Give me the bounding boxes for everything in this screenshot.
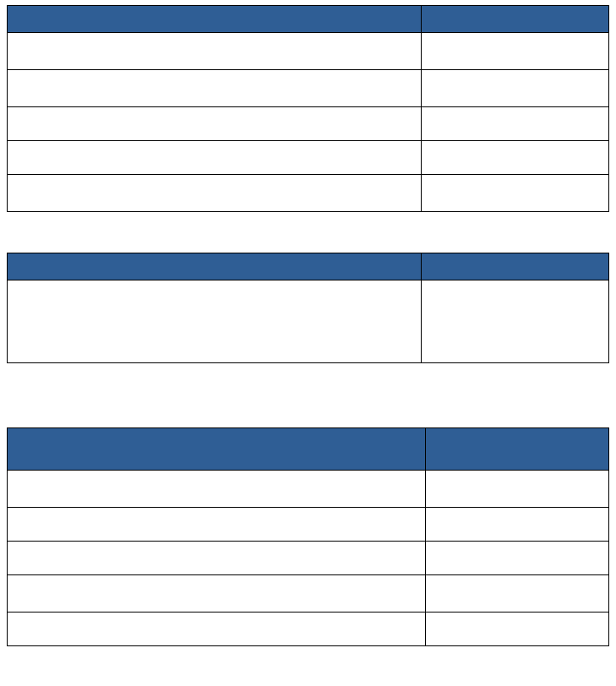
table-3 — [7, 427, 609, 646]
table-row — [8, 175, 609, 212]
table-row — [8, 280, 609, 363]
table-cell — [8, 70, 422, 107]
table-2-header-row — [8, 253, 609, 280]
table-cell — [422, 33, 609, 70]
table-cell — [422, 70, 609, 107]
table-3-header-cell-2 — [426, 428, 609, 471]
table-cell — [422, 280, 609, 363]
table-row — [8, 70, 609, 107]
table-2 — [7, 253, 609, 363]
table-cell — [8, 575, 426, 612]
table-row — [8, 542, 609, 575]
table-cell — [8, 471, 426, 508]
table-cell — [426, 471, 609, 508]
table-cell — [8, 280, 422, 363]
table-cell — [422, 107, 609, 141]
page-container — [0, 0, 616, 651]
table-cell — [8, 141, 422, 175]
table-cell — [8, 33, 422, 70]
table-cell — [8, 107, 422, 141]
table-cell — [422, 141, 609, 175]
table-1-header-row — [8, 6, 609, 33]
table-cell — [422, 175, 609, 212]
table-row — [8, 612, 609, 646]
table-row — [8, 471, 609, 508]
table-row — [8, 107, 609, 141]
table-cell — [8, 508, 426, 542]
table-3-header-row — [8, 428, 609, 471]
table-cell — [8, 612, 426, 646]
table-cell — [426, 612, 609, 646]
table-1 — [7, 5, 609, 212]
table-cell — [426, 542, 609, 575]
table-1-header-cell-1 — [8, 6, 422, 33]
table-row — [8, 508, 609, 542]
spacer — [7, 363, 609, 427]
table-row — [8, 141, 609, 175]
table-cell — [8, 175, 422, 212]
table-2-header-cell-1 — [8, 253, 422, 280]
table-cell — [426, 508, 609, 542]
table-1-header-cell-2 — [422, 6, 609, 33]
spacer — [7, 212, 609, 253]
table-cell — [426, 575, 609, 612]
table-row — [8, 33, 609, 70]
table-3-header-cell-1 — [8, 428, 426, 471]
table-cell — [8, 542, 426, 575]
table-2-header-cell-2 — [422, 253, 609, 280]
table-row — [8, 575, 609, 612]
